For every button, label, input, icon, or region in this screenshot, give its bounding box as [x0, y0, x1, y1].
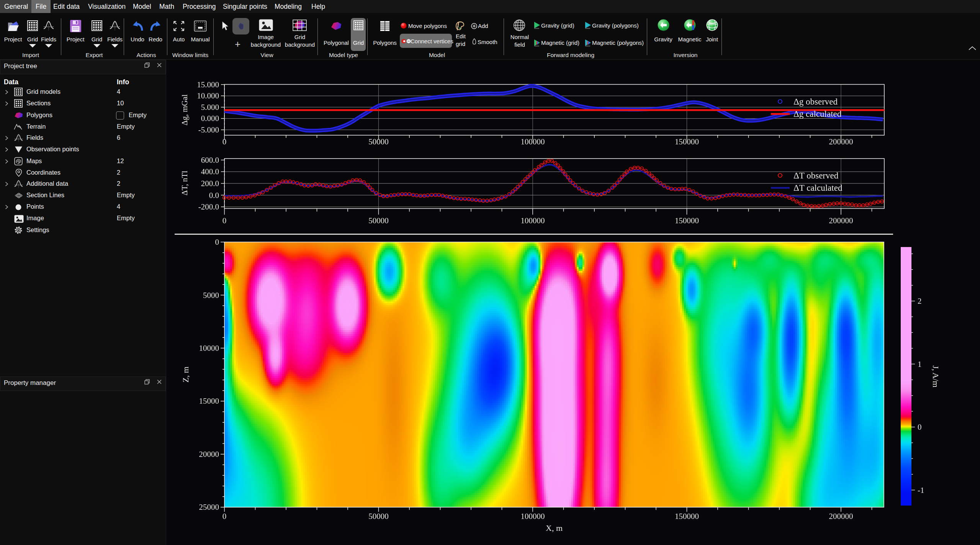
svg-text:100000: 100000 [521, 137, 545, 146]
svg-text:50000: 50000 [368, 137, 389, 146]
svg-text:1: 1 [918, 360, 922, 369]
svg-text:2: 2 [918, 296, 922, 306]
svg-text:100000: 100000 [521, 512, 545, 521]
svg-text:5000: 5000 [203, 291, 219, 300]
svg-text:Δg, mGal: Δg, mGal [180, 94, 189, 125]
svg-text:200000: 200000 [829, 216, 853, 225]
svg-text:Δg observed: Δg observed [793, 97, 838, 106]
svg-text:200000: 200000 [829, 137, 853, 146]
svg-text:15000: 15000 [199, 396, 219, 406]
svg-text:0: 0 [918, 422, 922, 432]
svg-text:-1: -1 [918, 486, 924, 495]
svg-text:150000: 150000 [675, 216, 699, 225]
svg-text:ΔT calculated: ΔT calculated [793, 183, 843, 193]
svg-text:400.0: 400.0 [201, 167, 219, 176]
svg-text:50000: 50000 [368, 512, 389, 521]
svg-text:200000: 200000 [829, 512, 853, 521]
svg-text:20000: 20000 [199, 450, 219, 459]
svg-text:10000: 10000 [199, 344, 219, 353]
svg-text:5.000: 5.000 [201, 103, 219, 112]
svg-text:150000: 150000 [675, 137, 699, 146]
svg-text:X, m: X, m [546, 523, 563, 533]
svg-text:ΔT, nTl: ΔT, nTl [180, 171, 189, 196]
svg-text:10.000: 10.000 [197, 91, 219, 100]
svg-text:-200.0: -200.0 [198, 202, 219, 211]
svg-text:J, A/m: J, A/m [931, 365, 941, 387]
svg-text:200.0: 200.0 [201, 179, 219, 188]
svg-text:0: 0 [223, 512, 227, 521]
svg-text:600.0: 600.0 [201, 155, 219, 165]
svg-text:0: 0 [223, 216, 227, 225]
svg-text:50000: 50000 [368, 216, 389, 225]
svg-text:ΔT observed: ΔT observed [793, 171, 839, 180]
svg-text:0.000: 0.000 [201, 114, 219, 123]
svg-text:150000: 150000 [675, 512, 699, 521]
svg-text:0.0: 0.0 [209, 191, 219, 200]
svg-text:Δg calculated: Δg calculated [793, 109, 842, 119]
svg-text:Z, m: Z, m [181, 367, 190, 383]
svg-text:0: 0 [215, 237, 219, 247]
svg-text:15.000: 15.000 [197, 80, 219, 89]
svg-text:0: 0 [223, 137, 227, 146]
svg-text:100000: 100000 [521, 216, 545, 225]
svg-text:-5.000: -5.000 [198, 125, 219, 134]
svg-text:25000: 25000 [199, 502, 219, 512]
